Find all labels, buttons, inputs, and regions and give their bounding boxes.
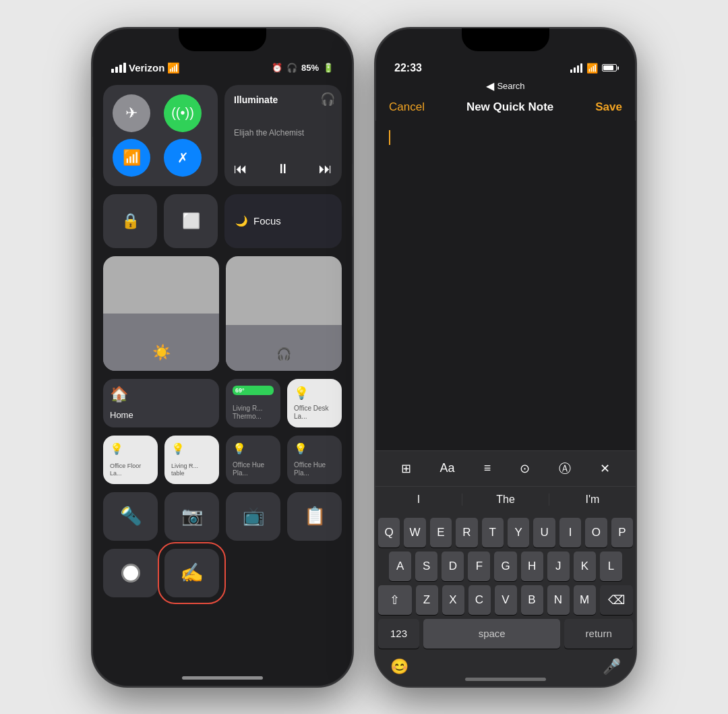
keyboard: Q W E R T Y U I O P A S D F G H J K L ⇧ … bbox=[375, 512, 636, 686]
autocorrect-word-2[interactable]: The bbox=[462, 494, 549, 506]
key-u[interactable]: U bbox=[533, 518, 555, 547]
key-t[interactable]: T bbox=[482, 518, 504, 547]
office-floor-button[interactable]: 💡 Office Floor La... bbox=[103, 436, 158, 484]
right-notch bbox=[462, 28, 549, 51]
remote-button[interactable]: 📺 bbox=[226, 492, 280, 541]
keyboard-row-3: ⇧ Z X C V B N M ⌫ bbox=[378, 585, 633, 615]
signal-bar-1 bbox=[111, 69, 114, 73]
volume-slider[interactable]: 🎧 bbox=[226, 256, 342, 371]
save-button[interactable]: Save bbox=[595, 100, 622, 114]
brightness-slider[interactable]: ☀️ bbox=[103, 256, 219, 371]
record-button[interactable] bbox=[103, 549, 158, 597]
screen-lock-button[interactable]: 🔒 bbox=[103, 194, 157, 248]
smart-home-row1: 🏠 Home 69° Living R... Thermo... 💡 Offic… bbox=[103, 379, 342, 427]
key-o[interactable]: O bbox=[585, 518, 607, 547]
key-b[interactable]: B bbox=[521, 585, 543, 615]
hue2-label: Office Hue Pla... bbox=[294, 461, 335, 477]
table-bulb-icon: 💡 bbox=[171, 442, 212, 455]
living-table-button[interactable]: 💡 Living R... table bbox=[164, 436, 219, 484]
alarm-icon: ⏰ bbox=[272, 63, 282, 73]
battery-info-left: ⏰ 🎧 85% 🔋 bbox=[272, 63, 334, 73]
key-k[interactable]: K bbox=[574, 552, 596, 581]
cellular-button[interactable]: ((•)) bbox=[164, 94, 202, 132]
list-format-button[interactable]: ≡ bbox=[481, 458, 494, 478]
key-x[interactable]: X bbox=[442, 585, 464, 615]
bulb-icon: 💡 bbox=[294, 386, 335, 400]
key-f[interactable]: F bbox=[468, 552, 490, 581]
sig-2 bbox=[574, 67, 576, 73]
brightness-fill bbox=[103, 314, 219, 371]
key-m[interactable]: M bbox=[574, 585, 596, 615]
return-key[interactable]: return bbox=[564, 619, 633, 649]
carrier-name: Verizon bbox=[129, 62, 164, 73]
key-r[interactable]: R bbox=[456, 518, 477, 547]
prev-track-button[interactable]: ⏮ bbox=[234, 161, 247, 177]
key-w[interactable]: W bbox=[404, 518, 425, 547]
signal-bar-2 bbox=[115, 67, 118, 73]
focus-moon-icon: 🌙 bbox=[235, 215, 248, 227]
right-status-icons: 📶 bbox=[570, 63, 617, 73]
add-note-button[interactable]: 📋 bbox=[287, 492, 342, 541]
key-v[interactable]: V bbox=[495, 585, 517, 615]
key-a[interactable]: A bbox=[389, 552, 411, 581]
key-q[interactable]: Q bbox=[378, 518, 400, 547]
numbers-key[interactable]: 123 bbox=[378, 619, 419, 649]
cancel-button[interactable]: Cancel bbox=[389, 100, 425, 114]
bluetooth-button[interactable]: ✗ bbox=[164, 139, 202, 177]
table-format-button[interactable]: ⊞ bbox=[398, 458, 414, 479]
flashlight-button[interactable]: 🔦 bbox=[103, 492, 158, 541]
airplane-mode-button[interactable]: ✈ bbox=[113, 94, 150, 132]
close-format-button[interactable]: ✕ bbox=[597, 458, 613, 479]
autocorrect-word-1[interactable]: I bbox=[375, 494, 462, 506]
music-title: Illuminate bbox=[234, 94, 332, 105]
space-key[interactable]: space bbox=[423, 619, 560, 649]
focus-button[interactable]: 🌙 Focus bbox=[224, 194, 342, 248]
key-n[interactable]: N bbox=[547, 585, 570, 615]
font-format-button[interactable]: Aa bbox=[437, 458, 458, 478]
mirror-button[interactable]: ⬜ bbox=[164, 194, 218, 248]
emoji-button[interactable]: 😊 bbox=[385, 655, 414, 678]
record-inner-circle bbox=[121, 564, 140, 583]
wifi-button[interactable]: 📶 bbox=[113, 139, 150, 177]
next-track-button[interactable]: ⏭ bbox=[319, 161, 332, 177]
key-l[interactable]: L bbox=[600, 552, 622, 581]
key-y[interactable]: Y bbox=[508, 518, 529, 547]
key-s[interactable]: S bbox=[415, 552, 437, 581]
thermo-label: Living R... Thermo... bbox=[233, 405, 274, 421]
hue1-button[interactable]: 💡 Office Hue Pla... bbox=[226, 436, 280, 484]
delete-key[interactable]: ⌫ bbox=[600, 585, 634, 615]
left-home-indicator bbox=[182, 676, 263, 680]
desk-lamp-button[interactable]: 💡 Office Desk La... bbox=[287, 379, 342, 427]
left-vol-down bbox=[91, 177, 93, 210]
search-back-button[interactable]: ◀ Search bbox=[486, 80, 524, 92]
volume-icon: 🎧 bbox=[276, 347, 291, 361]
autocorrect-word-3[interactable]: I'm bbox=[549, 494, 636, 506]
focus-label: Focus bbox=[253, 215, 281, 227]
sig-3 bbox=[577, 65, 579, 73]
thermostat-button[interactable]: 69° Living R... Thermo... bbox=[226, 379, 280, 427]
camera-format-button[interactable]: ⊙ bbox=[517, 458, 533, 479]
key-p[interactable]: P bbox=[611, 518, 633, 547]
play-pause-button[interactable]: ⏸ bbox=[276, 161, 290, 177]
smart-home-row2: 💡 Office Floor La... 💡 Living R... table… bbox=[103, 436, 342, 484]
mic-button[interactable]: 🎤 bbox=[597, 655, 626, 678]
note-content-area[interactable] bbox=[375, 121, 636, 450]
hue2-button[interactable]: 💡 Office Hue Pla... bbox=[287, 436, 342, 484]
tools-row: 🔦 📷 📺 📋 bbox=[103, 492, 342, 541]
home-button[interactable]: 🏠 Home bbox=[103, 379, 219, 427]
camera-tool-button[interactable]: 📷 bbox=[164, 492, 219, 541]
key-d[interactable]: D bbox=[442, 552, 464, 581]
handwriting-format-button[interactable]: Ⓐ bbox=[556, 458, 574, 479]
brightness-icon: ☀️ bbox=[152, 344, 171, 361]
key-j[interactable]: J bbox=[547, 552, 570, 581]
shift-key[interactable]: ⇧ bbox=[378, 585, 412, 615]
key-h[interactable]: H bbox=[521, 552, 543, 581]
quick-note-button[interactable]: ✍ bbox=[164, 549, 219, 597]
key-e[interactable]: E bbox=[430, 518, 452, 547]
right-wifi-icon: 📶 bbox=[586, 63, 598, 73]
right-phone: 22:33 📶 ◀ Search Cancel New Quick Note bbox=[374, 27, 637, 688]
key-g[interactable]: G bbox=[494, 552, 516, 581]
key-c[interactable]: C bbox=[468, 585, 491, 615]
key-i[interactable]: I bbox=[559, 518, 581, 547]
key-z[interactable]: Z bbox=[416, 585, 438, 615]
